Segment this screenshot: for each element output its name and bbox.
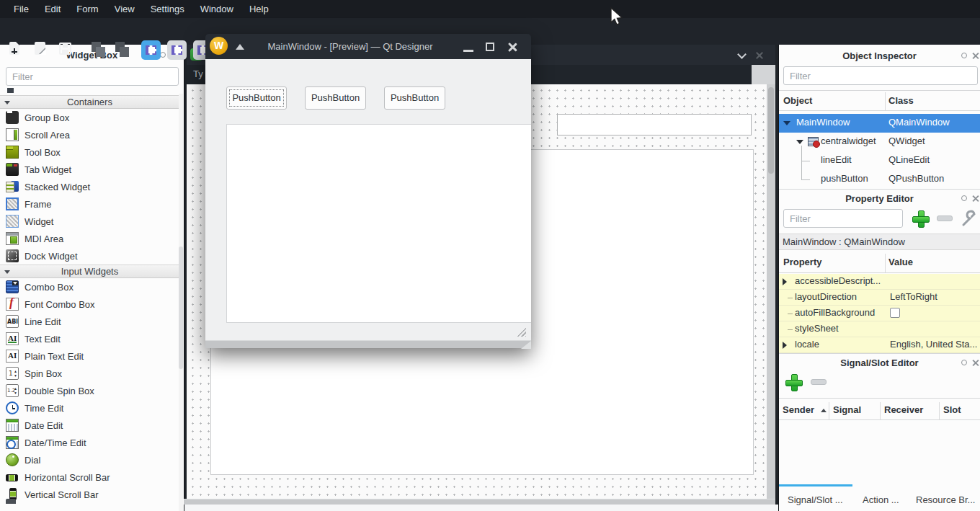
property-row-accessibledescription[interactable]: accessibleDescript... (779, 274, 980, 290)
document-open-icon[interactable] (35, 42, 45, 55)
close-panel-icon[interactable] (972, 195, 979, 202)
push-button-2[interactable]: PushButton (305, 86, 366, 110)
tree-row-pushbutton[interactable]: pushButton QPushButton (779, 170, 980, 189)
section-input-widgets[interactable]: Input Widgets (0, 265, 179, 278)
float-panel-icon[interactable] (160, 52, 166, 58)
column-object[interactable]: Object (783, 95, 812, 106)
widget-item-vertical-scroll-bar[interactable]: Vertical Scroll Bar (0, 486, 179, 503)
widget-box-filter-input[interactable] (6, 67, 179, 86)
widget-item-spin-box[interactable]: Spin Box (0, 365, 179, 382)
float-panel-icon[interactable] (961, 195, 967, 201)
property-row-autofillbackground[interactable]: autoFillBackground (779, 306, 980, 321)
widget-item-tab-widget[interactable]: Tab Widget (0, 161, 179, 178)
close-icon[interactable] (507, 42, 517, 52)
push-button-3[interactable]: PushButton (384, 86, 445, 110)
widget-item-widget[interactable]: Widget (0, 213, 179, 230)
expand-arrow-icon[interactable] (796, 140, 803, 144)
tree-guide-line (788, 314, 793, 314)
time-edit-icon (6, 401, 19, 414)
document-save-icon[interactable] (59, 43, 71, 55)
remove-connection-icon[interactable] (811, 379, 827, 385)
minimize-icon[interactable] (463, 50, 473, 52)
expand-arrow-icon[interactable] (783, 121, 790, 125)
menu-window[interactable]: Window (192, 0, 241, 18)
tab-action-editor[interactable]: Action ... (863, 494, 899, 505)
widget-item-font-combo-box[interactable]: Font Combo Box (0, 296, 179, 313)
widget-item-tool-box[interactable]: Tool Box (0, 143, 179, 161)
tree-row-centralwidget[interactable]: centralwidget QWidget (779, 133, 980, 151)
widget-item-scroll-area[interactable]: Scroll Area (0, 126, 179, 143)
checkbox-unchecked[interactable] (890, 308, 900, 318)
widget-box-scrollbar[interactable] (179, 94, 183, 511)
menu-settings[interactable]: Settings (143, 0, 192, 18)
column-sender[interactable]: Sender (783, 404, 814, 415)
property-filter-input[interactable] (783, 209, 903, 228)
close-panel-icon[interactable] (972, 360, 979, 366)
menu-edit[interactable]: Edit (37, 0, 68, 18)
line-edit-widget[interactable] (557, 114, 752, 135)
widget-item-mdi-area[interactable]: MDI Area (0, 230, 179, 247)
connections-table-empty[interactable] (779, 420, 980, 484)
scrollbar-thumb[interactable] (768, 87, 774, 174)
widget-item-group-box[interactable]: Group Box (0, 109, 179, 126)
edit-signals-slots-icon[interactable] (167, 40, 187, 60)
property-row-layoutdirection[interactable]: layoutDirection LeftToRight (779, 290, 980, 306)
widget-item-date-edit[interactable]: Date Edit (0, 417, 179, 434)
object-inspector-filter-input[interactable] (783, 66, 978, 85)
widget-item-combo-box[interactable]: Combo Box (0, 278, 179, 296)
preview-resize-grip[interactable] (516, 327, 526, 337)
menu-view[interactable]: View (107, 0, 143, 18)
widget-item-stacked-widget[interactable]: Stacked Widget (0, 178, 179, 195)
column-receiver[interactable]: Receiver (884, 404, 923, 415)
menu-help[interactable]: Help (241, 0, 277, 18)
preview-window-bottom-frame (205, 340, 531, 348)
widget-item-horizontal-scroll-bar[interactable]: Horizontal Scroll Bar (0, 468, 179, 486)
expand-arrow-icon[interactable] (783, 278, 787, 285)
property-row-stylesheet[interactable]: styleSheet (779, 321, 980, 337)
chevron-down-icon[interactable] (737, 50, 747, 59)
widget-item-plain-text-edit[interactable]: Plain Text Edit (0, 347, 179, 365)
column-class[interactable]: Class (888, 95, 914, 106)
scrollbar-thumb[interactable] (179, 246, 183, 369)
column-property[interactable]: Property (783, 257, 821, 267)
close-panel-icon[interactable] (972, 53, 979, 59)
tab-signal-slot-editor[interactable]: Signal/Slot ... (788, 494, 843, 505)
document-new-icon[interactable] (9, 42, 19, 55)
float-panel-icon[interactable] (961, 53, 967, 58)
property-row-locale[interactable]: locale English, United Sta... (779, 337, 980, 353)
tree-row-lineedit[interactable]: lineEdit QLineEdit (779, 151, 980, 170)
close-icon[interactable] (756, 52, 763, 59)
shade-window-icon[interactable] (236, 44, 244, 50)
push-button-1[interactable]: PushButton (226, 86, 287, 110)
section-containers[interactable]: Containers (0, 95, 179, 109)
frame-icon (6, 197, 19, 210)
add-connection-icon[interactable] (785, 373, 802, 391)
add-property-icon[interactable] (912, 210, 929, 227)
remove-property-icon[interactable] (937, 215, 953, 221)
widget-item-date-time-edit[interactable]: Date/Time Edit (0, 434, 179, 451)
tree-row-mainwindow[interactable]: MainWindow QMainWindow (779, 114, 980, 133)
menu-file[interactable]: File (6, 0, 37, 18)
form-vertical-scrollbar[interactable] (767, 84, 775, 499)
type-here-placeholder[interactable]: Ty (193, 68, 203, 79)
widget-item-line-edit[interactable]: Line Edit (0, 313, 179, 330)
column-signal[interactable]: Signal (833, 404, 861, 415)
widget-item-time-edit[interactable]: Time Edit (0, 399, 179, 417)
preview-titlebar[interactable]: W MainWindow - [Preview] — Qt Designer (205, 34, 531, 59)
tab-resource-browser[interactable]: Resource Br... (916, 494, 975, 505)
widget-item-double-spin-box[interactable]: Double Spin Box (0, 382, 179, 399)
widget-item-frame[interactable]: Frame (0, 195, 179, 213)
widget-item-dial[interactable]: Dial (0, 451, 179, 468)
edit-widgets-icon[interactable] (141, 40, 161, 60)
expand-arrow-icon[interactable] (783, 342, 787, 349)
widget-item-text-edit[interactable]: Text Edit (0, 330, 179, 347)
right-dock: Object Inspector Object Class MainWindow… (778, 45, 980, 511)
widget-item-dock-widget[interactable]: Dock Widget (0, 247, 179, 265)
mdi-area-icon (6, 232, 19, 245)
configure-wrench-icon[interactable] (961, 210, 978, 227)
column-slot[interactable]: Slot (943, 404, 961, 415)
column-value[interactable]: Value (888, 257, 913, 267)
menu-form[interactable]: Form (68, 0, 106, 18)
maximize-icon[interactable] (486, 43, 494, 51)
float-panel-icon[interactable] (961, 360, 967, 365)
